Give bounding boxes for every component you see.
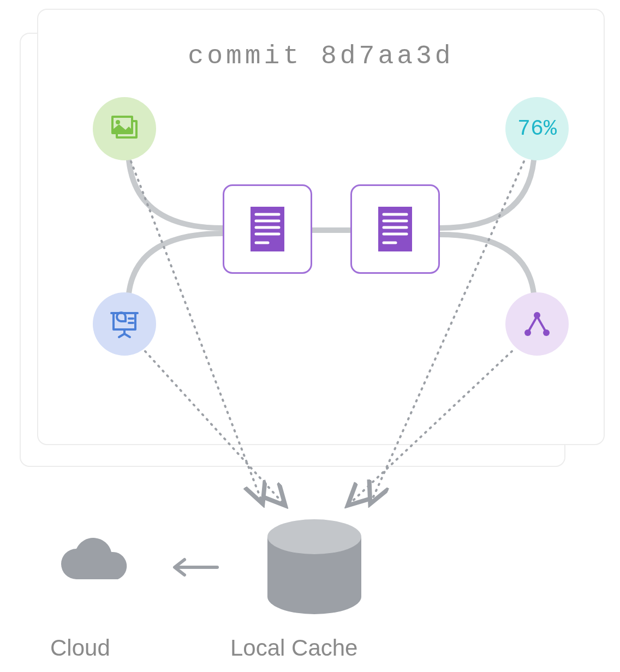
svg-line-13 bbox=[528, 316, 537, 332]
svg-line-14 bbox=[537, 316, 546, 332]
connectors-solid bbox=[38, 10, 606, 446]
document-icon bbox=[248, 205, 287, 254]
svg-point-37 bbox=[267, 519, 361, 554]
commit-card: commit 8d7aa3d 76% bbox=[37, 9, 605, 445]
commit-hash: 8d7aa3d bbox=[321, 41, 454, 71]
images-icon bbox=[107, 111, 142, 146]
svg-point-15 bbox=[534, 312, 540, 319]
svg-point-17 bbox=[543, 329, 550, 336]
cloud-label: Cloud bbox=[50, 635, 110, 661]
document-icon bbox=[376, 205, 414, 254]
commit-prefix: commit bbox=[188, 41, 302, 71]
document-box-right bbox=[350, 184, 440, 274]
arrow-left-icon bbox=[168, 556, 223, 578]
percent-value: 76% bbox=[517, 117, 557, 141]
svg-point-16 bbox=[524, 329, 531, 336]
local-cache-label: Local Cache bbox=[230, 635, 357, 661]
graph-icon bbox=[520, 307, 555, 341]
cloud-icon bbox=[55, 536, 136, 590]
images-node bbox=[93, 97, 156, 160]
graph-node bbox=[505, 292, 569, 356]
presentation-icon bbox=[107, 307, 142, 341]
svg-point-3 bbox=[116, 120, 120, 124]
commit-title: commit 8d7aa3d bbox=[38, 41, 604, 71]
percent-node: 76% bbox=[505, 97, 569, 160]
cache-cylinder-icon bbox=[260, 515, 369, 619]
presentation-node bbox=[93, 292, 156, 356]
svg-line-8 bbox=[124, 334, 130, 337]
document-box-left bbox=[223, 184, 312, 274]
